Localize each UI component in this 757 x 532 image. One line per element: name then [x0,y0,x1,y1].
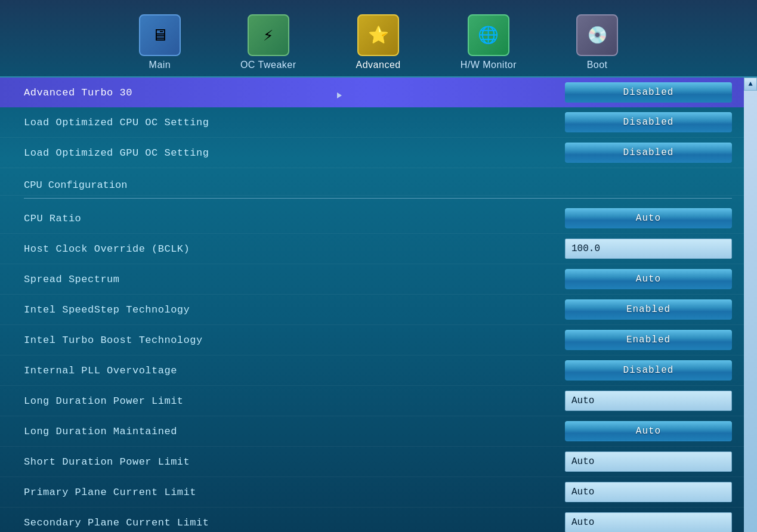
oc-tweaker-icon: ⚡ [248,14,289,56]
boot-icon: 💿 [576,14,618,56]
setting-label-long-dur-maintained: Long Duration Maintained [24,426,177,437]
nav-item-boot[interactable]: 💿 Boot [576,14,618,76]
value-container-advanced-turbo-30: Disabled [553,82,732,103]
hw-monitor-icon: 🌐 [468,14,509,56]
setting-label-intel-speedstep: Intel SpeedStep Technology [24,304,190,316]
value-container-cpu-ratio: Auto [553,208,732,228]
value-btn-load-gpu-oc[interactable]: Disabled [565,143,732,163]
setting-row-cpu-ratio[interactable]: CPU Ratio Auto [0,203,744,234]
scrollbar-track[interactable] [744,91,757,532]
value-container-intel-speedstep: Enabled [553,299,732,320]
value-input-host-clock[interactable]: 100.0 [565,239,732,259]
value-btn-intel-speedstep[interactable]: Enabled [565,299,732,320]
value-container-load-cpu-oc: Disabled [553,112,732,132]
value-btn-long-dur-maintained[interactable]: Auto [565,421,732,441]
setting-label-host-clock: Host Clock Override (BCLK) [24,243,190,255]
value-container-primary-plane: Auto [553,482,732,502]
value-input-primary-plane[interactable]: Auto [565,482,732,502]
nav-label-boot: Boot [587,60,608,70]
value-btn-intel-turbo[interactable]: Enabled [565,330,732,350]
content-area: Advanced Turbo 30 Disabled Load Optimize… [0,78,757,532]
setting-row-secondary-plane[interactable]: Secondary Plane Current Limit Auto [0,508,744,532]
nav-label-hw-monitor: H/W Monitor [461,60,517,70]
section-header-cpu-config: CPU Configuration [0,168,744,196]
setting-row-load-gpu-oc[interactable]: Load Optimized GPU OC Setting Disabled [0,138,744,168]
value-btn-spread-spectrum[interactable]: Auto [565,269,732,289]
value-btn-load-cpu-oc[interactable]: Disabled [565,112,732,132]
setting-row-intel-speedstep[interactable]: Intel SpeedStep Technology Enabled [0,295,744,325]
setting-label-secondary-plane: Secondary Plane Current Limit [24,517,209,528]
setting-row-internal-pll[interactable]: Internal PLL Overvoltage Disabled [0,355,744,386]
main-icon: 🖥 [139,14,181,56]
value-container-secondary-plane: Auto [553,512,732,532]
value-btn-internal-pll[interactable]: Disabled [565,360,732,381]
setting-row-intel-turbo[interactable]: Intel Turbo Boost Technology Enabled [0,325,744,355]
setting-label-primary-plane: Primary Plane Current Limit [24,487,196,498]
setting-label-advanced-turbo-30: Advanced Turbo 30 [24,87,132,98]
scrollbar-up-button[interactable]: ▲ [744,78,757,91]
nav-label-advanced: Advanced [356,60,401,70]
section-label-cpu-config: CPU Configuration [24,180,127,191]
advanced-icon: ⭐ [357,14,399,56]
setting-label-load-cpu-oc: Load Optimized CPU OC Setting [24,117,209,128]
scrollbar[interactable]: ▲ [744,78,757,532]
value-container-spread-spectrum: Auto [553,269,732,289]
nav-item-hw-monitor[interactable]: 🌐 H/W Monitor [461,14,517,76]
nav-label-main: Main [149,60,171,70]
value-container-load-gpu-oc: Disabled [553,143,732,163]
nav-item-main[interactable]: 🖥 Main [139,14,181,76]
nav-item-advanced[interactable]: ⭐ Advanced [356,14,401,76]
setting-row-host-clock[interactable]: Host Clock Override (BCLK) 100.0 [0,234,744,264]
setting-row-advanced-turbo-30[interactable]: Advanced Turbo 30 Disabled [0,78,744,107]
setting-row-spread-spectrum[interactable]: Spread Spectrum Auto [0,264,744,295]
nav-label-oc-tweaker: OC Tweaker [240,60,296,70]
setting-label-short-dur-power: Short Duration Power Limit [24,456,190,468]
setting-label-spread-spectrum: Spread Spectrum [24,274,120,285]
value-container-intel-turbo: Enabled [553,330,732,350]
settings-panel: Advanced Turbo 30 Disabled Load Optimize… [0,78,744,532]
value-container-host-clock: 100.0 [553,239,732,259]
setting-label-cpu-ratio: CPU Ratio [24,213,81,224]
value-btn-advanced-turbo-30[interactable]: Disabled [565,82,732,103]
setting-label-load-gpu-oc: Load Optimized GPU OC Setting [24,147,209,159]
value-input-short-dur-power[interactable]: Auto [565,451,732,472]
value-container-long-dur-maintained: Auto [553,421,732,441]
setting-label-intel-turbo: Intel Turbo Boost Technology [24,335,203,346]
value-input-long-dur-power[interactable]: Auto [565,391,732,411]
setting-label-internal-pll: Internal PLL Overvoltage [24,365,177,376]
value-input-secondary-plane[interactable]: Auto [565,512,732,532]
value-container-short-dur-power: Auto [553,451,732,472]
cpu-config-divider [24,198,732,199]
value-btn-cpu-ratio[interactable]: Auto [565,208,732,228]
nav-item-oc-tweaker[interactable]: ⚡ OC Tweaker [240,14,296,76]
setting-row-long-dur-power[interactable]: Long Duration Power Limit Auto [0,386,744,416]
setting-row-short-dur-power[interactable]: Short Duration Power Limit Auto [0,447,744,477]
setting-row-long-dur-maintained[interactable]: Long Duration Maintained Auto [0,416,744,447]
value-container-internal-pll: Disabled [553,360,732,381]
setting-row-load-cpu-oc[interactable]: Load Optimized CPU OC Setting Disabled [0,107,744,138]
value-container-long-dur-power: Auto [553,391,732,411]
setting-row-primary-plane[interactable]: Primary Plane Current Limit Auto [0,477,744,508]
setting-label-long-dur-power: Long Duration Power Limit [24,395,184,407]
top-navigation: 🖥 Main ⚡ OC Tweaker ⭐ Advanced 🌐 H/W Mon… [0,0,757,78]
